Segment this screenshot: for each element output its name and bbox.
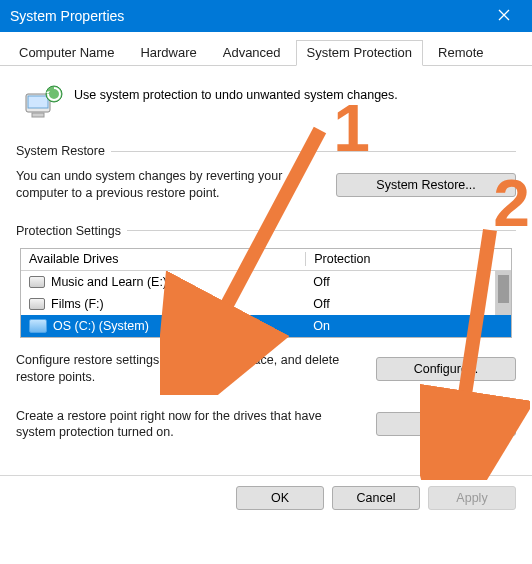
group-title: System Restore bbox=[16, 144, 105, 158]
titlebar: System Properties bbox=[0, 0, 532, 32]
restore-desc: You can undo system changes by reverting… bbox=[16, 168, 316, 202]
svg-rect-2 bbox=[32, 113, 44, 117]
button-label: OK bbox=[271, 491, 289, 505]
window-title: System Properties bbox=[10, 8, 484, 24]
col-header-drives: Available Drives bbox=[21, 252, 305, 266]
tab-label: Remote bbox=[438, 45, 484, 60]
group-system-restore: System Restore You can undo system chang… bbox=[16, 144, 516, 202]
drive-protection: Off bbox=[305, 297, 511, 311]
cancel-button[interactable]: Cancel bbox=[332, 486, 420, 510]
create-button[interactable]: Create... bbox=[376, 412, 516, 436]
scrollbar[interactable] bbox=[495, 271, 511, 315]
button-label: Configure... bbox=[414, 362, 479, 376]
group-title: Protection Settings bbox=[16, 224, 121, 238]
configure-button[interactable]: Configure... bbox=[376, 357, 516, 381]
tab-system-protection[interactable]: System Protection bbox=[296, 40, 424, 66]
drive-row-selected[interactable]: OS (C:) (System) On bbox=[21, 315, 511, 337]
group-label-protection: Protection Settings bbox=[16, 224, 516, 238]
svg-rect-1 bbox=[28, 96, 48, 108]
ok-button[interactable]: OK bbox=[236, 486, 324, 510]
group-protection-settings: Protection Settings Available Drives Pro… bbox=[16, 224, 516, 442]
hdd-icon bbox=[29, 298, 45, 310]
drive-name: Music and Learn (E:) bbox=[51, 275, 167, 289]
tab-advanced[interactable]: Advanced bbox=[212, 40, 292, 65]
tab-remote[interactable]: Remote bbox=[427, 40, 495, 65]
tab-label: Hardware bbox=[140, 45, 196, 60]
drive-protection: On bbox=[305, 319, 511, 333]
system-drive-icon bbox=[29, 319, 47, 333]
drive-name: Films (F:) bbox=[51, 297, 104, 311]
button-label: Create... bbox=[422, 417, 470, 431]
button-label: Apply bbox=[456, 491, 487, 505]
button-label: Cancel bbox=[357, 491, 396, 505]
drive-list-header: Available Drives Protection bbox=[21, 249, 511, 271]
intro-row: Use system protection to undo unwanted s… bbox=[24, 84, 516, 120]
intro-text: Use system protection to undo unwanted s… bbox=[74, 84, 398, 102]
create-desc: Create a restore point right now for the… bbox=[16, 408, 356, 442]
drive-name: OS (C:) (System) bbox=[53, 319, 149, 333]
tab-label: Computer Name bbox=[19, 45, 114, 60]
tab-panel: Use system protection to undo unwanted s… bbox=[0, 66, 532, 475]
system-restore-button[interactable]: System Restore... bbox=[336, 173, 516, 197]
dialog-footer: OK Cancel Apply bbox=[0, 475, 532, 520]
tab-hardware[interactable]: Hardware bbox=[129, 40, 207, 65]
scrollbar-thumb[interactable] bbox=[498, 275, 509, 303]
configure-desc: Configure restore settings, manage disk … bbox=[16, 352, 356, 386]
button-label: System Restore... bbox=[376, 178, 475, 192]
system-protection-icon bbox=[24, 84, 64, 120]
tab-strip: Computer Name Hardware Advanced System P… bbox=[0, 32, 532, 66]
close-icon bbox=[498, 9, 510, 21]
tab-label: Advanced bbox=[223, 45, 281, 60]
group-label-system-restore: System Restore bbox=[16, 144, 516, 158]
col-header-protection: Protection bbox=[305, 252, 511, 266]
drive-row[interactable]: Music and Learn (E:) Off bbox=[21, 271, 511, 293]
tab-computer-name[interactable]: Computer Name bbox=[8, 40, 125, 65]
tab-label: System Protection bbox=[307, 45, 413, 60]
apply-button[interactable]: Apply bbox=[428, 486, 516, 510]
drive-protection: Off bbox=[305, 275, 511, 289]
drive-row[interactable]: Films (F:) Off bbox=[21, 293, 511, 315]
close-button[interactable] bbox=[484, 8, 524, 24]
hdd-icon bbox=[29, 276, 45, 288]
drive-list[interactable]: Available Drives Protection Music and Le… bbox=[20, 248, 512, 338]
